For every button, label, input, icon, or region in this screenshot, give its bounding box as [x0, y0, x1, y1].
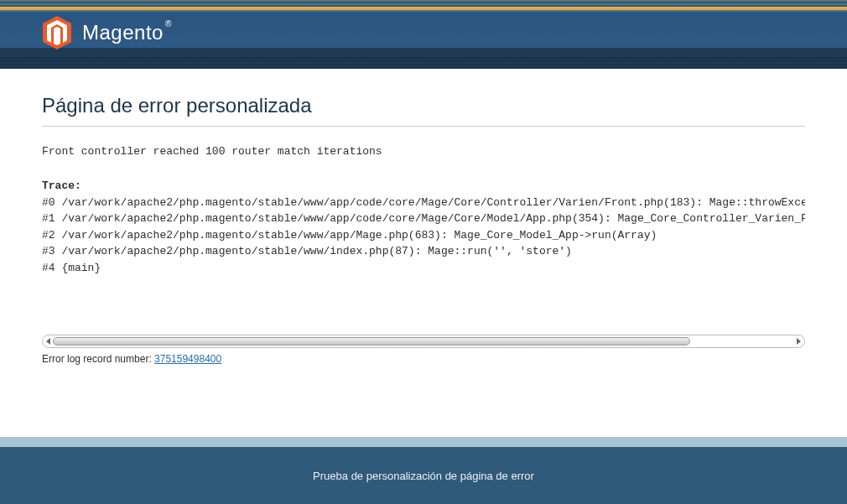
logo: Magento® [42, 15, 170, 50]
magento-icon [42, 15, 72, 50]
svg-marker-3 [46, 338, 50, 345]
registered-mark: ® [165, 19, 172, 29]
scroll-thumb[interactable] [53, 337, 690, 346]
chevron-right-icon [795, 338, 802, 345]
trace-line: #2 /var/work/apache2/php.magento/stable/… [42, 229, 657, 242]
record-number-link[interactable]: 375159498400 [154, 353, 221, 365]
scroll-track[interactable] [53, 337, 794, 346]
svg-marker-4 [797, 338, 801, 345]
footer-text: Prueba de personalización de página de e… [0, 447, 847, 504]
svg-marker-2 [54, 27, 60, 45]
footer: Prueba de personalización de página de e… [0, 437, 847, 504]
trace-line: #4 {main} [42, 262, 101, 274]
main-content: Página de error personalizada Front cont… [0, 69, 847, 365]
header: Magento® [0, 0, 847, 69]
header-stripe-top [0, 0, 847, 12]
scroll-left-button[interactable] [44, 337, 53, 346]
page-title: Página de error personalizada [42, 94, 805, 127]
brand-name: Magento® [82, 21, 170, 44]
chevron-left-icon [45, 338, 52, 345]
footer-light-stripe [0, 437, 847, 447]
brand-text: Magento [82, 21, 164, 44]
trace-line: #0 /var/work/apache2/php.magento/stable/… [42, 196, 805, 209]
error-log-record: Error log record number: 375159498400 [42, 353, 805, 365]
header-stripe-bottom [0, 57, 847, 69]
horizontal-scrollbar[interactable] [42, 335, 805, 348]
trace-label: Trace: [42, 179, 81, 192]
trace-line: #3 /var/work/apache2/php.magento/stable/… [42, 245, 572, 257]
record-label: Error log record number: [42, 353, 154, 365]
trace-block: Trace: #0 /var/work/apache2/php.magento/… [42, 178, 805, 276]
trace-line: #1 /var/work/apache2/php.magento/stable/… [42, 212, 805, 225]
error-message: Front controller reached 100 router matc… [42, 145, 805, 158]
scroll-right-button[interactable] [794, 337, 803, 346]
